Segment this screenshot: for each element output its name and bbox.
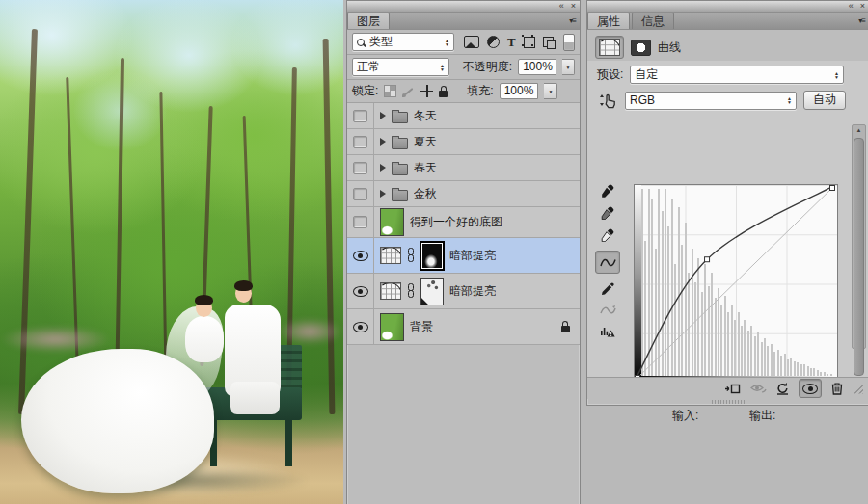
fill-dropdown-button[interactable]: ▼ (544, 83, 557, 99)
disclosure-triangle-icon[interactable] (380, 112, 386, 119)
collapse-panel-button[interactable]: « (559, 2, 564, 11)
filter-shape-layers-icon[interactable] (524, 37, 535, 48)
filter-smart-objects-icon[interactable] (543, 37, 554, 47)
edit-points-tool-button[interactable] (595, 251, 620, 274)
lock-image-icon[interactable] (402, 86, 415, 97)
layer-name[interactable]: 金秋 (414, 186, 437, 202)
layer-name[interactable]: 暗部提亮 (449, 248, 496, 264)
lock-transparency-icon[interactable] (384, 85, 396, 97)
lock-all-icon[interactable] (439, 91, 448, 97)
preset-value: 自定 (635, 66, 830, 83)
layer-row-group[interactable]: 冬天 (347, 103, 580, 129)
white-point-eyedropper-icon[interactable] (601, 228, 614, 242)
link-mask-icon[interactable] (407, 248, 415, 264)
layer-row-group[interactable]: 金秋 (347, 181, 580, 207)
layer-name[interactable]: 暗部提亮 (449, 283, 496, 300)
layer-row-adjustment-selected[interactable]: 暗部提亮 (347, 238, 580, 274)
filter-pixel-layers-icon[interactable] (464, 36, 479, 48)
visibility-toggle[interactable] (347, 103, 374, 128)
gray-point-eyedropper-icon[interactable] (601, 206, 614, 220)
photo-canvas[interactable] (0, 0, 343, 504)
layers-panel-menu-button[interactable]: ▾≡ (569, 16, 576, 25)
layer-name[interactable]: 春天 (414, 160, 437, 176)
curve-point-node[interactable] (705, 257, 710, 262)
layer-thumbnail[interactable] (380, 208, 404, 236)
targeted-adjustment-tool-icon[interactable] (597, 93, 618, 109)
opacity-field[interactable]: 100% (518, 59, 556, 75)
curves-adjustment-icon[interactable] (380, 247, 401, 264)
layer-name[interactable]: 夏天 (414, 134, 437, 150)
layer-row-background[interactable]: 背景 (347, 309, 580, 345)
link-mask-icon[interactable] (407, 283, 415, 300)
visibility-toggle[interactable] (347, 181, 374, 206)
tree-trunk (323, 39, 336, 414)
tab-layers[interactable]: 图层 (347, 13, 390, 29)
visibility-toggle[interactable] (347, 207, 374, 237)
visibility-toggle[interactable] (347, 274, 374, 308)
fill-label: 填充: (467, 83, 493, 99)
layer-name[interactable]: 冬天 (414, 108, 437, 124)
blend-mode-dropdown[interactable]: 正常 ▲▼ (352, 58, 449, 76)
curve-point-node[interactable] (830, 186, 835, 191)
close-panel-button[interactable]: × (571, 2, 576, 11)
draw-curve-pencil-icon[interactable] (601, 282, 614, 296)
filter-type-dropdown[interactable]: 类型 ▲▼ (352, 33, 454, 51)
layer-name[interactable]: 背景 (410, 319, 433, 335)
eye-icon (353, 251, 368, 261)
scroll-up-button[interactable]: ▲ (856, 125, 862, 136)
filter-type-layers-icon[interactable]: T (507, 36, 516, 48)
filter-toggle-switch[interactable] (563, 34, 575, 51)
reset-button[interactable] (775, 382, 790, 395)
visibility-toggle[interactable] (347, 238, 374, 273)
layer-row-group[interactable]: 春天 (347, 155, 580, 181)
curves-plot[interactable] (634, 184, 838, 384)
layer-mask-thumbnail[interactable] (420, 278, 444, 305)
curves-adjustment-icon[interactable] (380, 282, 401, 300)
layer-row-group[interactable]: 夏天 (347, 129, 580, 155)
curves-svg (635, 185, 835, 381)
panel-drag-gripper[interactable] (712, 400, 745, 404)
layer-row-adjustment[interactable]: 暗部提亮 (347, 274, 580, 309)
groom-hair (234, 280, 253, 291)
disclosure-triangle-icon[interactable] (380, 190, 386, 198)
properties-panel-menu-button[interactable]: ▾≡ (858, 16, 865, 25)
lock-position-icon[interactable] (420, 85, 433, 97)
visibility-toggle[interactable] (347, 129, 374, 154)
toggle-visibility-button[interactable] (799, 379, 822, 398)
auto-button[interactable]: 自动 (803, 91, 846, 110)
layer-row-image[interactable]: 得到一个好的底图 (347, 207, 580, 238)
mask-icon[interactable] (631, 40, 651, 56)
output-label: 输出: (749, 408, 775, 424)
flower-bed (0, 326, 111, 353)
channel-value: RGB (630, 93, 783, 107)
histogram-clipping-warning-icon[interactable] (600, 325, 615, 337)
flower-bed (276, 318, 343, 345)
filter-adjustment-layers-icon[interactable] (487, 36, 500, 48)
delete-adjustment-button[interactable] (830, 382, 844, 395)
groom-legs (230, 382, 280, 414)
layer-mask-thumbnail[interactable] (420, 242, 444, 270)
black-point-eyedropper-icon[interactable] (601, 184, 614, 198)
layer-name[interactable]: 得到一个好的底图 (410, 214, 502, 230)
disclosure-triangle-icon[interactable] (380, 138, 386, 146)
disclosure-triangle-icon[interactable] (380, 164, 386, 172)
properties-scrollbar[interactable]: ▲ ▼ (852, 124, 866, 349)
panel-resize-grip[interactable] (853, 384, 863, 394)
visibility-toggle[interactable] (347, 155, 374, 180)
collapse-panel-button[interactable]: « (849, 2, 854, 11)
view-previous-state-button[interactable] (749, 383, 767, 395)
visibility-toggle[interactable] (347, 309, 374, 344)
tab-info[interactable]: 信息 (632, 13, 674, 29)
scrollbar-thumb[interactable] (854, 138, 864, 376)
curves-badge-button[interactable] (595, 36, 624, 59)
tab-properties[interactable]: 属性 (587, 13, 630, 29)
channel-dropdown[interactable]: RGB ▲▼ (625, 92, 797, 110)
close-panel-button[interactable]: × (860, 2, 865, 11)
clip-to-layer-button[interactable] (724, 383, 741, 395)
preset-dropdown[interactable]: 自定 ▲▼ (630, 66, 844, 84)
opacity-dropdown-button[interactable]: ▼ (562, 59, 575, 75)
hidden-eye-well (353, 188, 367, 200)
fill-field[interactable]: 100% (500, 83, 539, 99)
smooth-curve-icon[interactable] (600, 305, 616, 316)
layer-thumbnail[interactable] (380, 313, 404, 341)
